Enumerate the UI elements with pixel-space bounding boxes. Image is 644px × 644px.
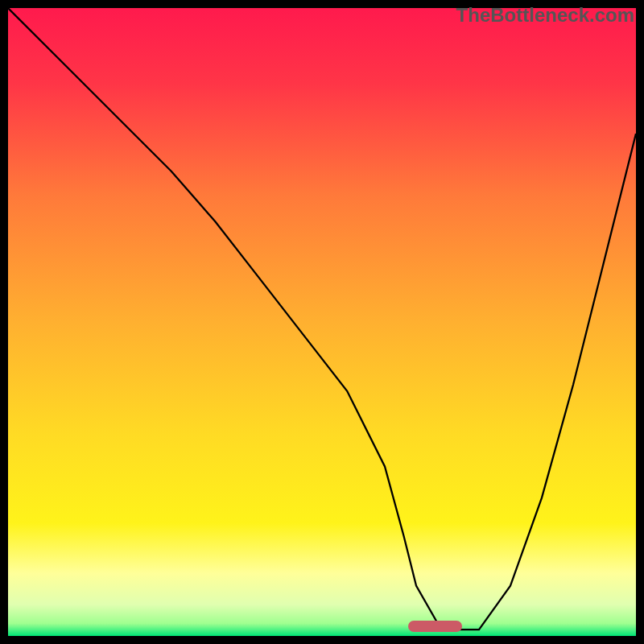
- watermark-text: TheBottleneck.com: [456, 4, 634, 27]
- plot-border: [7, 7, 637, 637]
